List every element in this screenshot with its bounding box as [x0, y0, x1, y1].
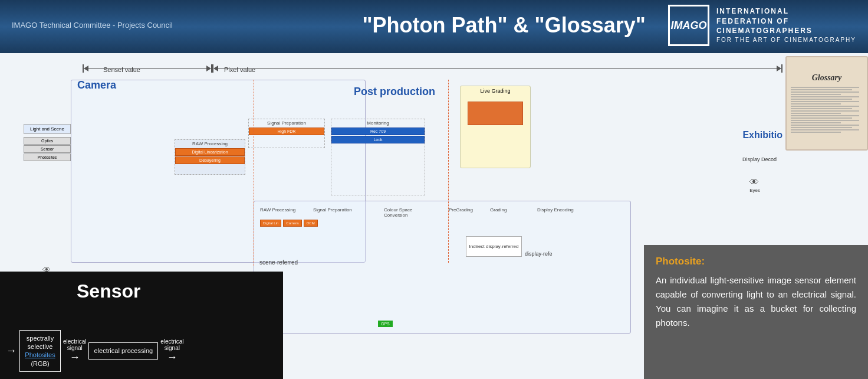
raw-proc-sub-label: RAW Processing [260, 207, 295, 213]
photosite-description: An individual light-sensitive image sens… [656, 273, 856, 330]
sensor-box-photosites: spectrally selective Photosites (RGB) [19, 330, 61, 372]
header-logo: IMAGO INTERNATIONAL FEDERATION OF CINEMA… [668, 5, 856, 46]
glossary-line [791, 96, 859, 97]
camera-label: Camera [77, 79, 116, 92]
sensor-box-processing: electrical processing [88, 342, 158, 359]
sensor-overlay: Sensor → spectrally selective Photosites… [0, 272, 283, 379]
committee-label: IMAGO Technical Committee - Projects Cou… [12, 21, 340, 30]
glossary-thumb-title: Glossary [812, 73, 842, 83]
pp-box1: Digital Lin [260, 220, 281, 227]
monitoring-label: Monitoring [331, 119, 425, 127]
postprod-label: Post production [354, 86, 435, 98]
dashed-line-1 [254, 80, 254, 266]
dashed-line-2 [448, 80, 449, 263]
glossary-line [791, 94, 841, 95]
signal-prep-item: High FDR [249, 128, 324, 135]
display-encoding-label: Display Encoding [537, 207, 574, 213]
glossary-line [791, 99, 852, 100]
display-decode-label: Display Decod [742, 156, 777, 162]
glossary-line [791, 108, 852, 109]
sensel-arrow-bar [83, 64, 212, 73]
page-title: "Photon Path" & "Glossary" [340, 13, 668, 38]
monitoring-item2: Look [331, 136, 425, 143]
indirect-display-text: Indirect display-referred [469, 244, 518, 250]
glossary-line [791, 89, 852, 90]
pp-box3: OCM [304, 220, 318, 227]
diagram-area: Sensel value Pixel value Camera RAW Proc… [0, 53, 868, 379]
glossary-line [791, 101, 859, 102]
sensor-end-arrow-icon: → [167, 351, 177, 364]
pregrading-label: PreGrading [449, 207, 473, 213]
monitoring-box: Monitoring Rec 709 Look [331, 119, 425, 195]
sensor-label-1: electrical signal → [63, 338, 86, 364]
glossary-thumbnail[interactable]: Glossary [785, 56, 868, 151]
photosites-box: Photosites [24, 153, 71, 161]
signal-prep-sub-label: Signal Preparation [313, 207, 352, 213]
raw-processing-box: RAW Processing Digital Linearization Deb… [175, 139, 245, 175]
glossary-line [791, 125, 859, 126]
photosite-info-box: Photosite: An individual light-sensitive… [644, 245, 868, 379]
glossary-line [791, 132, 841, 133]
imago-logo: IMAGO [668, 5, 709, 46]
glossary-line [791, 110, 859, 112]
sensor-label-2: electrical signal → [160, 338, 183, 364]
sensel-value-label: Sensel value [103, 66, 140, 73]
raw-box-item2: Debayering [175, 156, 245, 164]
raw-box-item1: Digital Linearization [175, 148, 245, 156]
glossary-line [791, 103, 841, 104]
glossary-line [791, 120, 859, 121]
glossary-line [791, 122, 841, 123]
display-referred-label: display-refe [525, 245, 553, 257]
pixel-arrow-right-icon [777, 66, 781, 71]
signal-prep-box: Signal Preparation High FDR [248, 119, 325, 148]
sensor-diagram: → spectrally selective Photosites (RGB) … [6, 330, 186, 372]
logo-text: INTERNATIONAL FEDERATION OF CINEMATOGRAP… [716, 6, 856, 44]
pixel-arrow-inner [218, 68, 777, 69]
eyes-right-label: Eyes [749, 188, 760, 193]
sensor-mini-box: Sensor [24, 145, 71, 153]
glossary-line [791, 113, 841, 114]
monitoring-item1: Rec 709 [331, 128, 425, 135]
sensor-overlay-title: Sensor [77, 280, 140, 302]
glossary-line [791, 106, 859, 107]
sensor-middle-arrow-icon: → [70, 351, 80, 364]
live-grading-label: Live Grading [461, 86, 530, 96]
postprod-boxes-row: Digital Lin Camera OCM [260, 219, 318, 227]
indirect-display-box: Indirect display-referred [466, 236, 522, 257]
sensor-start-arrow-icon: → [6, 345, 17, 357]
header-left: IMAGO Technical Committee - Projects Cou… [12, 21, 340, 31]
glossary-line [791, 117, 852, 119]
raw-processing-label: RAW Processing [175, 140, 245, 148]
sensel-arrow-right-icon [206, 66, 211, 71]
optics-box: Optics [24, 137, 71, 145]
glossary-line [791, 129, 859, 130]
glossary-line [791, 92, 859, 93]
main-area: Sensel value Pixel value Camera RAW Proc… [0, 53, 868, 379]
sensel-arrow-left-icon [84, 66, 88, 71]
colour-space-label: Colour SpaceConversion [384, 207, 412, 218]
exhibition-label: Exhibitio [742, 130, 782, 141]
grading-label: Grading [490, 207, 507, 213]
glossary-lines [791, 86, 863, 134]
glossary-line [791, 87, 859, 88]
light-scene-section: Light and Scene Optics Sensor Photosites [24, 124, 71, 162]
eyes-right-icon: 👁 [749, 177, 759, 188]
scene-referred-label: scene-referred [254, 259, 304, 266]
live-grading-box: Live Grading [460, 86, 531, 168]
signal-prep-label: Signal Preparation [249, 119, 324, 127]
pixel-arrow-left-icon [213, 66, 218, 71]
pixel-value-label: Pixel value [224, 66, 255, 73]
gps-indicator: GPS [378, 321, 393, 327]
light-scene-box: Light and Scene [24, 124, 71, 134]
glossary-line [791, 127, 852, 128]
photosite-title: Photosite: [656, 256, 856, 267]
pp-box2: Camera [283, 220, 301, 227]
header: IMAGO Technical Committee - Projects Cou… [0, 0, 868, 53]
glossary-line [791, 115, 859, 116]
pixel-arrow-bar [212, 64, 782, 73]
live-grading-color-box [468, 102, 523, 125]
